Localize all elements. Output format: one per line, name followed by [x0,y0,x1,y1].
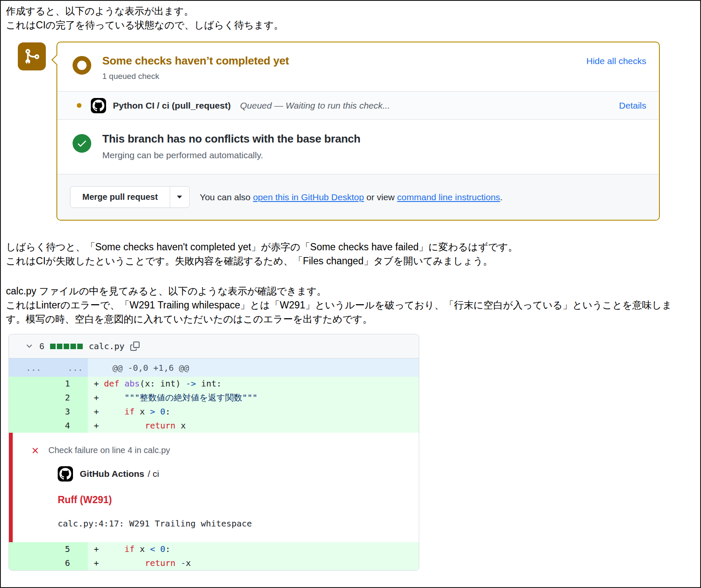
line-number[interactable]: 5 [9,542,88,556]
diffstat-block [77,344,83,349]
conflict-text: This branch has no conflicts with the ba… [102,132,361,160]
annotation-message: calc.py:4:17: W291 Trailing whitespace [58,518,410,529]
diff-line: 4+ return x [9,419,419,433]
check-run-row: Python CI / ci (pull_request) Queued — W… [57,91,659,119]
line-number[interactable]: 1 [9,377,88,391]
tutorial-page: 作成すると、以下のような表示が出ます。 これはCIの完了を待っている状態なので、… [0,0,701,588]
check-details-link[interactable]: Details [619,101,646,111]
addition-sign: + [88,542,104,556]
check-run-status: Queued — Waiting to run this check... [240,101,390,111]
annotation-app-name: GitHub Actions [80,469,144,479]
hunk-dots-left: ... [26,363,41,373]
copy-path-button[interactable] [130,342,140,351]
diffstat-block [64,344,69,349]
line-code: + return -x [88,556,419,570]
changes-count: 6 [39,342,44,351]
diff-line: 3+ if x > 0: [9,405,419,419]
diffstat-block [57,344,62,349]
hunk-gutter[interactable]: ... ... [9,358,88,377]
after-line-2: これはCIが失敗したということです。失敗内容を確認するため、「Files cha… [6,254,700,268]
conflict-section: This branch has no conflicts with the ba… [57,119,659,174]
diff-line: 2+ """整数値の絶対値を返す関数""" [9,391,419,405]
line-code: + if x > 0: [88,405,419,419]
addition-sign: + [88,405,104,419]
addition-sign: + [88,391,104,405]
checks-header-section: Some checks haven’t completed yet 1 queu… [57,42,659,91]
diffstat [50,344,83,349]
check-failure-annotation: Check failure on line 4 in calc.py GitHu… [9,433,419,542]
diff-line: 1+def abs(x: int) -> int: [9,377,419,391]
pr-status-screenshot: Some checks haven’t completed yet 1 queu… [18,42,700,221]
x-icon [31,446,40,455]
line-number[interactable]: 6 [9,556,88,570]
diffstat-block [70,344,76,349]
addition-sign: + [88,377,104,391]
intro-paragraph: 作成すると、以下のような表示が出ます。 これはCIの完了を待っている状態なので、… [6,4,700,32]
line-code: + if x < 0: [88,542,419,556]
line-code: +def abs(x: int) -> int: [88,377,419,391]
hint-suffix: . [500,192,503,202]
diff-file-header: 6 calc.py [9,334,419,358]
hunk-header-row: ... ... @@ -0,0 +1,6 @@ [9,358,419,377]
hunk-dots-right: ... [67,363,83,373]
conflict-subtitle: Merging can be performed automatically. [102,150,361,160]
hint-middle: or view [364,192,397,202]
diffstat-block [50,344,56,349]
intro-line-1: 作成すると、以下のような表示が出ます。 [6,4,700,18]
hint-prefix: You can also [200,192,253,202]
merge-box: Some checks haven’t completed yet 1 queu… [56,42,660,221]
hide-all-checks-link[interactable]: Hide all checks [586,56,646,66]
caret-down-icon [177,196,182,199]
success-check-icon [73,134,91,153]
github-desktop-link[interactable]: open this in GitHub Desktop [253,192,364,202]
github-app-avatar [91,98,106,113]
diff-line: 6+ return -x [9,556,419,570]
diff-line: 5+ if x < 0: [9,542,419,556]
diff-filename[interactable]: calc.py [89,341,124,351]
intro-line-2: これはCIの完了を待っている状態なので、しばらく待ちます。 [6,18,700,32]
diff-screenshot: 6 calc.py ... ... @@ -0,0 +1,6 @@ 1+def … [8,334,419,571]
addition-sign: + [88,556,104,570]
line-code: + """整数値の絶対値を返す関数""" [88,391,419,405]
merge-split-button: Merge pull request [70,186,190,208]
annotation-header: Check failure on line 4 in calc.py [31,445,410,455]
line-code: + return x [88,419,419,433]
calc-line-3: す。模写の時、空白を意図的に入れていただいたのはこのエラーを出すためです。 [6,312,700,326]
merge-pull-request-button[interactable]: Merge pull request [70,187,170,207]
line-number[interactable]: 3 [9,405,88,419]
line-number[interactable]: 4 [9,419,88,433]
annotation-app-row: GitHub Actions / ci [58,466,410,482]
conflict-title: This branch has no conflicts with the ba… [102,132,361,146]
github-actions-avatar [58,466,73,482]
merge-hint-text: You can also open this in GitHub Desktop… [200,192,503,202]
checks-status-title: Some checks haven’t completed yet [102,54,289,67]
addition-sign: + [88,419,104,433]
merge-action-bar: Merge pull request You can also open thi… [57,174,659,220]
after-line-1: しばらく待つと、「Some checks haven't completed y… [6,240,700,254]
collapse-file-button[interactable] [25,342,34,350]
annotation-header-text: Check failure on line 4 in calc.py [48,445,170,455]
merge-options-dropdown[interactable] [170,187,189,207]
diff-lines-bottom: 5+ if x < 0:6+ return -x [9,542,419,570]
annotation-rule: Ruff (W291) [58,494,410,506]
calc-line-1: calc.py ファイルの中を見てみると、以下のような表示が確認できます。 [6,284,700,298]
check-run-name: Python CI / ci (pull_request) [113,101,231,111]
diff-lines-top: 1+def abs(x: int) -> int:2+ """整数値の絶対値を返… [9,377,419,433]
queued-status-icon [73,56,91,75]
calc-paragraph: calc.py ファイルの中を見てみると、以下のような表示が確認できます。 これ… [6,284,700,326]
command-line-link[interactable]: command line instructions [397,192,500,202]
queued-dot-icon [77,103,81,108]
hunk-header-text: @@ -0,0 +1,6 @@ [88,358,419,377]
after-paragraph: しばらく待つと、「Some checks haven't completed y… [6,240,700,268]
calc-line-2: これはLinterのエラーで、「W291 Trailing whilespace… [6,298,700,312]
git-merge-icon [18,42,46,70]
checks-status-subtitle: 1 queued check [102,72,289,81]
line-number[interactable]: 2 [9,391,88,405]
annotation-app-suffix: / ci [148,469,159,479]
checks-header-text: Some checks haven’t completed yet 1 queu… [102,54,289,81]
